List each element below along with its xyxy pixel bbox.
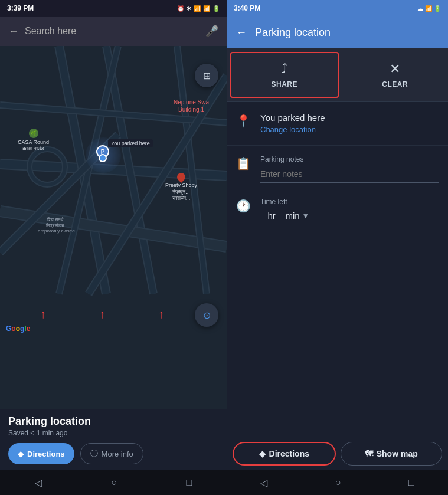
clock-icon: 🕐 [236, 199, 251, 213]
parked-here-row: 📍 You parked here Change location [227, 102, 448, 146]
nav-home-right[interactable]: ○ [335, 477, 341, 488]
left-panel: 3:39 PM ⏰ ✱ 📶 📶 🔋 ← Search here 🎤 [0, 0, 227, 495]
signal-icon-right: 📶 [425, 5, 432, 12]
battery-icon-right: 🔋 [434, 5, 441, 12]
parked-dot [99, 154, 107, 162]
dropdown-arrow-icon: ▼ [302, 212, 309, 220]
bottom-card: Parking location Saved < 1 min ago ◆ Dir… [0, 409, 227, 470]
clear-label: CLEAR [382, 80, 408, 88]
more-info-button[interactable]: ⓘ More info [80, 443, 143, 464]
search-input[interactable]: Search here [25, 26, 200, 37]
back-arrow-icon[interactable]: ← [8, 25, 19, 38]
parking-notes-label: Parking notes [260, 155, 439, 163]
nav-home-left[interactable]: ○ [111, 477, 117, 488]
layers-button[interactable]: ⊞ [195, 64, 218, 87]
time-value: – hr – min [260, 211, 300, 221]
share-button[interactable]: ⤴ SHARE [230, 52, 339, 98]
directions-button-right[interactable]: ◆ Directions [233, 442, 336, 466]
casa-round-label: 🌿 CASA Round कासा राउंड [18, 129, 49, 152]
parking-location-title: Parking location [8, 415, 218, 428]
status-bar-left: 3:39 PM ⏰ ✱ 📶 📶 🔋 [0, 0, 227, 17]
nav-square-left[interactable]: □ [187, 477, 192, 488]
status-bar-right: 3:40 PM ☁ 📶 🔋 [227, 0, 448, 17]
status-time-right: 3:40 PM [234, 4, 260, 12]
content-area: 📍 You parked here Change location 📋 Park… [227, 102, 448, 437]
time-left-area: Time left – hr – min ▼ [260, 198, 309, 221]
nav-bar-left: ◁ ○ □ [0, 470, 227, 495]
action-row: ⤴ SHARE ✕ CLEAR [227, 48, 448, 102]
header-back-button[interactable]: ← [236, 27, 247, 39]
bottom-buttons-left: ◆ Directions ⓘ More info [8, 443, 218, 467]
notes-input-area: Parking notes [260, 155, 439, 183]
shiv-label: शिव समर्थमित्र मंडळTemporarily closed [35, 217, 75, 234]
share-label: SHARE [271, 80, 297, 88]
location-button[interactable]: ⊙ [195, 303, 218, 327]
directions-button-left[interactable]: ◆ Directions [8, 443, 74, 464]
preety-label: Preety Shopyनेपच्यून...स्वराज्य... [165, 173, 197, 201]
status-icons-right: ☁ 📶 🔋 [417, 5, 441, 12]
wifi-icon: 📶 [194, 5, 201, 12]
parking-detail-header: ← Parking location [227, 17, 448, 48]
directions-icon-left: ◆ [18, 450, 24, 458]
share-icon: ⤴ [281, 61, 287, 77]
parked-here-title: You parked here [260, 113, 325, 123]
signal-icon: 📶 [203, 5, 210, 12]
alarm-icon: ⏰ [177, 5, 184, 12]
show-map-label: Show map [377, 449, 418, 458]
nav-back-left[interactable]: ◁ [35, 477, 42, 489]
parked-here-text: You parked here Change location [260, 113, 325, 135]
notes-icon: 📋 [236, 156, 251, 171]
status-icons-left: ⏰ ✱ 📶 📶 🔋 [177, 5, 220, 12]
directions-icon-right: ◆ [259, 449, 266, 458]
clear-button[interactable]: ✕ CLEAR [342, 48, 449, 101]
google-logo: Google [6, 324, 30, 333]
search-bar[interactable]: ← Search here 🎤 [0, 17, 227, 46]
right-panel: 3:40 PM ☁ 📶 🔋 ← Parking location ⤴ SHARE… [227, 0, 448, 495]
notes-input-field[interactable] [260, 167, 439, 183]
change-location-link[interactable]: Change location [260, 125, 316, 134]
show-map-button[interactable]: 🗺 Show map [341, 442, 443, 466]
location-pin-icon: 📍 [236, 114, 251, 128]
parking-saved-subtitle: Saved < 1 min ago [8, 429, 218, 437]
time-left-row: 🕐 Time left – hr – min ▼ [227, 188, 448, 230]
you-parked-here-label: You parked here [108, 139, 153, 147]
show-map-icon: 🗺 [365, 449, 373, 458]
nav-square-right[interactable]: □ [408, 477, 414, 488]
time-select-dropdown[interactable]: – hr – min ▼ [260, 211, 309, 221]
bottom-right-buttons: ◆ Directions 🗺 Show map [227, 437, 448, 470]
notes-row: 📋 Parking notes [227, 146, 448, 188]
red-arrow-2: ↑ [99, 307, 105, 321]
status-time-left: 3:39 PM [7, 4, 34, 12]
time-left-label: Time left [260, 198, 309, 206]
parking-header-title: Parking location [255, 27, 331, 39]
nav-bar-right: ◁ ○ □ [227, 470, 448, 495]
nav-back-right[interactable]: ◁ [260, 477, 267, 489]
mic-icon[interactable]: 🎤 [205, 25, 218, 38]
red-arrow-3: ↑ [158, 307, 164, 321]
clear-icon: ✕ [390, 61, 400, 77]
directions-label-right: Directions [269, 449, 309, 458]
red-arrow-1: ↑ [40, 307, 46, 321]
info-icon: ⓘ [90, 448, 98, 459]
cloud-icon: ☁ [417, 5, 423, 12]
bluetooth-icon: ✱ [187, 5, 191, 12]
map-area[interactable]: ⊞ 🌿 CASA Round कासा राउंड Neptune Swa Bu… [0, 46, 227, 409]
neptune-label: Neptune Swa Building 1 [174, 99, 209, 113]
battery-icon: 🔋 [212, 5, 220, 12]
